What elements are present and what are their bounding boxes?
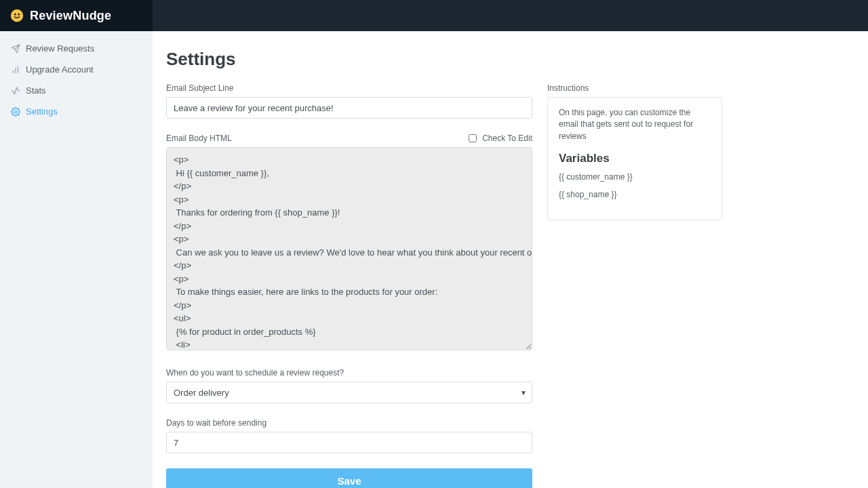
sidebar-item-label: Review Requests bbox=[26, 43, 94, 54]
svg-point-1 bbox=[14, 14, 16, 16]
bar-chart-icon bbox=[11, 65, 20, 75]
sidebar-item-settings[interactable]: Settings bbox=[0, 101, 152, 122]
sidebar: Review Requests Upgrade Account Stats Se… bbox=[0, 31, 153, 488]
sidebar-item-label: Settings bbox=[26, 106, 58, 117]
brand-logo-icon bbox=[9, 8, 24, 23]
sidebar-item-review-requests[interactable]: Review Requests bbox=[0, 38, 152, 59]
page-title: Settings bbox=[166, 49, 858, 70]
sidebar-item-upgrade-account[interactable]: Upgrade Account bbox=[0, 59, 152, 80]
email-subject-input[interactable] bbox=[166, 97, 532, 119]
variable-item: {{ shop_name }} bbox=[559, 190, 711, 199]
sidebar-item-stats[interactable]: Stats bbox=[0, 80, 152, 101]
instructions-box: On this page, you can customize the emai… bbox=[547, 97, 722, 220]
variable-item: {{ customer_name }} bbox=[559, 172, 711, 182]
email-subject-label: Email Subject Line bbox=[166, 83, 532, 93]
days-input[interactable] bbox=[166, 432, 532, 453]
sidebar-item-label: Stats bbox=[26, 85, 46, 96]
svg-point-2 bbox=[18, 14, 20, 16]
brand-name: ReviewNudge bbox=[30, 9, 111, 23]
email-body-textarea[interactable]: <p> Hi {{ customer_name }}, </p> <p> Tha… bbox=[166, 147, 532, 350]
sidebar-item-label: Upgrade Account bbox=[26, 64, 94, 75]
schedule-select[interactable]: Order delivery bbox=[166, 382, 532, 403]
main-content: Settings Email Subject Line Email Body H… bbox=[153, 31, 868, 488]
instructions-text: On this page, you can customize the emai… bbox=[559, 107, 711, 142]
svg-point-6 bbox=[14, 110, 17, 113]
send-icon bbox=[11, 44, 20, 54]
check-to-edit-label: Check To Edit bbox=[482, 134, 532, 143]
brand[interactable]: ReviewNudge bbox=[0, 0, 153, 31]
svg-point-0 bbox=[11, 9, 23, 22]
schedule-label: When do you want to schedule a review re… bbox=[166, 368, 532, 378]
instructions-label: Instructions bbox=[547, 83, 722, 93]
gear-icon bbox=[11, 107, 20, 117]
top-bar: ReviewNudge bbox=[0, 0, 868, 31]
check-to-edit-checkbox[interactable] bbox=[469, 134, 477, 142]
save-button[interactable]: Save bbox=[166, 468, 532, 488]
activity-icon bbox=[11, 86, 20, 96]
variables-heading: Variables bbox=[559, 152, 711, 165]
days-label: Days to wait before sending bbox=[166, 418, 532, 428]
email-body-label: Email Body HTML bbox=[166, 134, 232, 143]
